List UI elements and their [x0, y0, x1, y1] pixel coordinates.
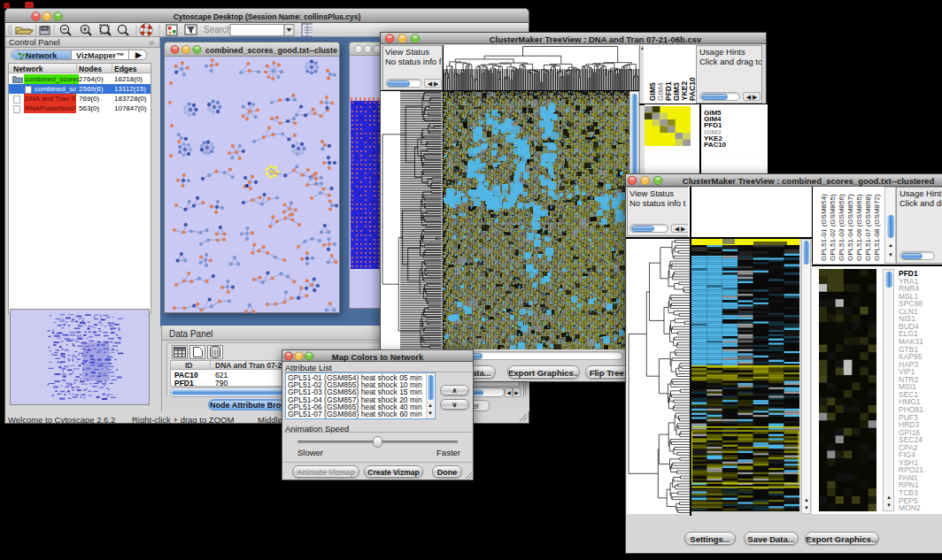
svg-text:Search:: Search:: [204, 25, 234, 35]
